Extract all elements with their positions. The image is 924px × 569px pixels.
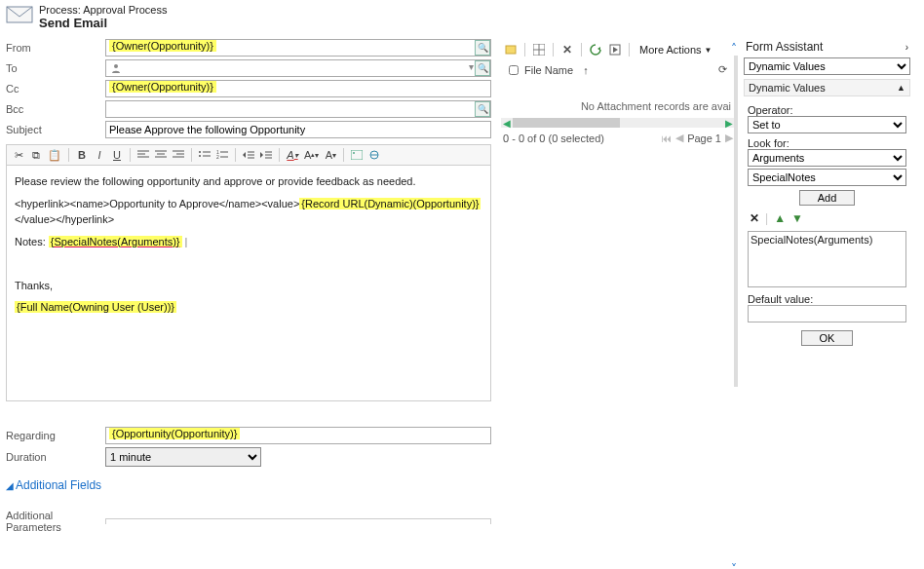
operator-label: Operator: [748,104,906,116]
process-breadcrumb: Process: Approval Process [39,4,167,16]
fa-mode-select[interactable]: Dynamic Values [744,57,910,75]
svg-point-28 [353,152,355,154]
number-list-icon[interactable]: 12 [214,147,230,163]
ok-button[interactable]: OK [801,330,854,346]
mail-icon [6,5,33,24]
bcc-field[interactable] [105,100,491,118]
svg-rect-31 [506,46,516,54]
svg-point-11 [199,151,201,153]
move-up-icon[interactable]: ▲ [774,211,786,225]
align-left-icon[interactable] [135,147,151,163]
body-line: {Full Name(Owning User (User))} [15,299,482,316]
regarding-field[interactable]: {Opportunity(Opportunity)} [105,427,491,444]
more-actions-menu[interactable]: More Actions ▼ [635,44,716,56]
chevron-right-icon[interactable]: › [905,42,908,53]
remove-icon[interactable]: ✕ [750,211,759,225]
chevron-down-icon: ▼ [705,46,712,55]
bcc-label: Bcc [6,103,105,115]
from-label: From [6,42,105,54]
collapse-icon: ◢ [6,480,14,491]
svg-marker-37 [613,47,618,53]
lookup-button[interactable]: 🔍 [475,101,490,117]
page-indicator: Page 1 [687,133,721,144]
dynamic-values-list[interactable]: SpecialNotes(Arguments) [748,231,906,287]
outdent-icon[interactable] [241,147,256,163]
default-value-input[interactable] [748,305,906,322]
add-button[interactable]: Add [799,190,856,206]
italic-button[interactable]: I [92,147,107,163]
subject-label: Subject [6,124,105,135]
scroll-left-icon[interactable]: ◀ [501,118,513,128]
new-attachment-icon[interactable] [503,42,519,57]
bullet-list-icon[interactable] [197,147,212,163]
font-bgcolor-button[interactable]: A▴▾ [302,147,321,163]
additional-params-field[interactable] [105,518,491,524]
attribute-select[interactable]: SpecialNotes [748,169,906,186]
cut-icon[interactable]: ✂ [11,147,26,163]
first-page-icon[interactable]: ⏮ [661,133,672,144]
lookfor-label: Look for: [748,137,906,149]
subject-field[interactable] [105,121,491,138]
svg-marker-23 [260,152,263,158]
underline-button[interactable]: U [109,147,125,163]
operator-select[interactable]: Set to [748,116,906,133]
dropdown-icon[interactable]: ▾ [469,61,474,72]
copy-icon[interactable]: ⧉ [28,147,44,163]
body-line: Thanks, [15,278,482,294]
sort-asc-icon[interactable]: ↑ [583,64,589,76]
prev-page-icon[interactable]: ◀ [675,132,683,144]
no-records-message: No Attachment records are avai [501,81,735,112]
align-center-icon[interactable] [153,147,169,163]
collapse-icon: ▲ [897,83,905,93]
form-assistant-title: Form Assistant [746,40,823,54]
select-all-checkbox[interactable] [509,65,519,75]
lookup-button[interactable]: 🔍 [475,40,490,56]
svg-point-1 [114,64,118,68]
additional-params-label: Additional Parameters [6,510,105,533]
svg-text:2: 2 [216,154,219,160]
body-line: Please review the following opportunity … [15,173,482,190]
default-value-label: Default value: [748,293,906,305]
paste-icon[interactable]: 📋 [46,147,63,163]
regarding-label: Regarding [6,430,105,441]
lookup-button[interactable]: 🔍 [475,60,490,76]
body-line: <hyperlink><name>Opportunity to Approve<… [15,196,482,228]
svg-marker-19 [243,152,246,158]
move-down-icon[interactable]: ▼ [791,211,803,225]
list-item[interactable]: SpecialNotes(Arguments) [751,234,904,246]
lookfor-select[interactable]: Arguments [748,149,906,167]
svg-rect-27 [351,150,363,160]
record-summary: 0 - 0 of 0 (0 selected) [503,133,604,144]
grid-icon[interactable] [531,42,547,57]
scroll-down-icon[interactable]: ˅ [728,562,740,569]
from-field[interactable]: {Owner(Opportunity)} [105,39,491,57]
horizontal-scrollbar[interactable]: ◀ ▶ [501,118,735,128]
filename-column-header[interactable]: File Name [524,64,573,76]
email-body-editor[interactable]: Please review the following opportunity … [6,166,491,401]
page-title: Send Email [39,16,167,30]
delete-icon[interactable]: ✕ [559,42,575,57]
svg-point-13 [199,155,201,157]
editor-toolbar: ✂ ⧉ 📋 B I U 12 A▾ A▴▾ A▾ [6,144,491,166]
font-size-button[interactable]: A▾ [323,147,338,163]
font-color-button[interactable]: A▾ [285,147,300,163]
refresh-grid-icon[interactable]: ⟳ [718,63,727,76]
cc-label: Cc [6,83,105,95]
dynamic-values-header[interactable]: Dynamic Values▲ [744,79,910,96]
insert-link-icon[interactable] [366,147,382,163]
refresh-icon[interactable] [588,42,603,57]
duration-label: Duration [6,451,105,463]
indent-icon[interactable] [258,147,274,163]
cc-field[interactable]: {Owner(Opportunity)} [105,80,491,97]
person-icon [111,63,121,73]
additional-fields-toggle[interactable]: ◢Additional Fields [6,478,491,492]
scroll-up-icon[interactable]: ˄ [728,42,740,56]
to-field[interactable] [105,59,491,77]
bold-button[interactable]: B [74,147,90,163]
duration-select[interactable]: 1 minute [105,447,261,467]
svg-marker-35 [597,47,600,51]
insert-image-icon[interactable] [349,147,365,163]
run-icon[interactable] [607,42,623,57]
body-line: Notes: {SpecialNotes(Arguments)} | [15,234,482,250]
align-right-icon[interactable] [171,147,186,163]
